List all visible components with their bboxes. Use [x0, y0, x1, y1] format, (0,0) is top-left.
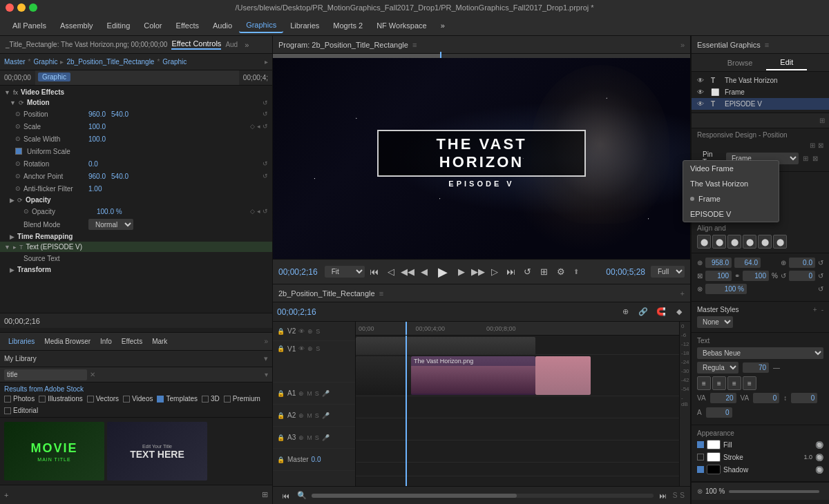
scw-value[interactable]: 100.0 — [88, 135, 106, 143]
af-stopwatch[interactable]: ⊙ — [15, 185, 21, 192]
maximize-button[interactable] — [29, 3, 37, 12]
a1-lock[interactable]: 🔒 — [277, 390, 285, 397]
rot-value[interactable]: 0.0 — [88, 160, 98, 168]
master-styles-dropdown[interactable]: None — [697, 316, 733, 328]
v1-sync[interactable]: ⊕ — [307, 345, 313, 352]
a3-m[interactable]: M — [307, 434, 312, 441]
monitor-settings[interactable]: ⚙ — [554, 265, 568, 279]
v2-lock[interactable]: 🔒 — [277, 328, 285, 335]
a2-eye[interactable]: ⊕ — [298, 412, 304, 419]
menu-graphics[interactable]: Graphics — [239, 18, 283, 33]
align-left-btn[interactable]: ⬤ — [697, 235, 711, 249]
font-size-slider[interactable]: — — [773, 364, 780, 371]
dd-vast-horizon[interactable]: The Vast Horizon — [691, 176, 779, 191]
tl-ripple[interactable]: 🔗 — [636, 305, 650, 319]
menu-color[interactable]: Color — [137, 19, 169, 32]
shadow-eyedropper[interactable]: 🔘 — [815, 466, 823, 474]
eg-layer-frame[interactable]: 👁 ⬜ Frame — [692, 86, 829, 98]
pos-x-val[interactable]: 958.0 — [705, 258, 732, 268]
rd-icon2[interactable]: ⊠ — [818, 142, 823, 149]
a2-mic[interactable]: 🎤 — [322, 412, 330, 419]
a2-s[interactable]: S — [315, 412, 319, 419]
v2-mute[interactable]: S — [316, 328, 320, 335]
close-button[interactable] — [6, 3, 14, 12]
eg-tab-edit[interactable]: Edit — [766, 55, 807, 70]
eg-layer-icon[interactable]: ⊞ — [819, 117, 825, 124]
lib-view-icon[interactable]: ⊞ — [262, 490, 268, 499]
opv-stopwatch[interactable]: ⊙ — [23, 208, 29, 215]
episode-eye[interactable]: 👁 — [697, 100, 707, 108]
v1-lock[interactable]: 🔒 — [277, 345, 285, 352]
bc-graphic[interactable]: Graphic — [33, 58, 57, 66]
blend-mode-select[interactable]: Normal — [88, 219, 133, 230]
monitor-mark-out[interactable]: ▷ — [488, 265, 502, 279]
tl-markers[interactable]: ◆ — [672, 305, 686, 319]
cb-videos[interactable]: Videos — [123, 395, 153, 403]
ap-stopwatch[interactable]: ⊙ — [15, 173, 21, 180]
menu-all-panels[interactable]: All Panels — [6, 19, 53, 32]
uniform-scale-checkbox[interactable] — [15, 148, 22, 155]
align-top-btn[interactable]: ⬤ — [743, 235, 756, 249]
tl-add-track[interactable]: ⊕ — [618, 305, 632, 319]
scale-anim[interactable]: ◂ — [257, 123, 260, 130]
pin-icon1[interactable]: ⊞ — [803, 155, 808, 162]
timeline-timecode[interactable]: 00;00;2;16 — [277, 307, 316, 317]
ms-sub[interactable]: - — [821, 306, 823, 313]
a2-lock[interactable]: 🔒 — [277, 412, 285, 419]
motion-reset[interactable]: ↺ — [263, 99, 268, 106]
menu-editing[interactable]: Editing — [100, 19, 137, 32]
scw-stopwatch[interactable]: ⊙ — [15, 135, 21, 142]
bc-master[interactable]: Master — [4, 58, 26, 66]
monitor-quality-select[interactable]: Full 1/2 1/4 — [651, 266, 685, 278]
a3-eye[interactable]: ⊕ — [298, 434, 304, 441]
ec-transform-header[interactable]: ▶ Transform — [0, 264, 272, 275]
text-align-left[interactable]: ≡ — [697, 376, 711, 390]
monitor-loop[interactable]: ↺ — [521, 265, 535, 279]
a3-lock[interactable]: 🔒 — [277, 434, 285, 441]
monitor-zoom-select[interactable]: Fit 25% 50% 100% — [325, 266, 365, 278]
bc-clip-type[interactable]: Graphic — [162, 58, 187, 66]
v2-sync[interactable]: ⊕ — [307, 328, 313, 335]
monitor-step-1-fwd[interactable]: ▶ — [455, 265, 468, 279]
pos-x[interactable]: 960.0 — [88, 110, 106, 118]
pos-link-icon[interactable]: ↺ — [818, 259, 823, 266]
af-value[interactable]: 1.00 — [88, 185, 102, 193]
a1-mic[interactable]: 🎤 — [322, 390, 330, 397]
bc-more[interactable]: ▸ — [265, 58, 268, 66]
text-align-right[interactable]: ≡ — [727, 376, 741, 390]
monitor-step-1-back[interactable]: ◀ — [417, 265, 431, 279]
clip-v1-dark[interactable] — [356, 356, 411, 395]
timeline-menu[interactable]: ≡ — [379, 289, 383, 298]
eg-layer-vast-horizon[interactable]: 👁 T The Vast Horizon — [692, 75, 829, 86]
v1-mute[interactable]: S — [316, 345, 320, 352]
monitor-safe-margins[interactable]: ⊞ — [537, 265, 551, 279]
vast-horizon-eye[interactable]: 👁 — [697, 77, 707, 84]
tracking-val[interactable]: 0 — [753, 393, 779, 403]
monitor-menu[interactable]: ≡ — [412, 41, 417, 49]
effect-controls-tab[interactable]: Effect Controls — [171, 39, 221, 50]
a3-s[interactable]: S — [315, 434, 319, 441]
menu-nf-workspace[interactable]: NF Workspace — [370, 19, 434, 32]
bc-clip[interactable]: 2b_Position_Title_Rectangle — [66, 58, 154, 66]
cb-templates[interactable]: Templates — [157, 395, 198, 403]
pin-icon2[interactable]: ⊠ — [812, 155, 818, 162]
stroke-checkbox[interactable] — [697, 454, 704, 461]
clip-v1-main[interactable]: The Vast Horizon.png — [411, 356, 535, 395]
menu-mogrts2[interactable]: Mogrts 2 — [326, 19, 370, 32]
shadow-checkbox[interactable] — [697, 466, 704, 473]
align-middle-btn[interactable]: ⬤ — [758, 235, 772, 249]
lib-thumb-1[interactable]: MOVIE MAIN TITLE — [4, 422, 104, 481]
pos-z-val[interactable]: 0.0 — [789, 258, 815, 268]
tab-info[interactable]: Info — [96, 336, 116, 347]
kerning-val[interactable]: 20 — [710, 393, 736, 403]
opv-nav[interactable]: ◂ — [257, 208, 260, 215]
font-size-val[interactable]: 70 — [743, 362, 769, 373]
monitor-step-end[interactable]: ⏭ — [504, 265, 518, 279]
eg-opacity-slider[interactable] — [729, 490, 819, 493]
lib-search-input[interactable] — [4, 369, 87, 380]
a1-eye[interactable]: ⊕ — [298, 390, 304, 397]
tl-go-start[interactable]: ⏮ — [278, 489, 292, 503]
opv-value[interactable]: 100.0 % — [97, 208, 122, 215]
ec-expand-icon[interactable]: » — [245, 41, 249, 49]
lib-filter[interactable]: ▾ — [265, 371, 268, 378]
